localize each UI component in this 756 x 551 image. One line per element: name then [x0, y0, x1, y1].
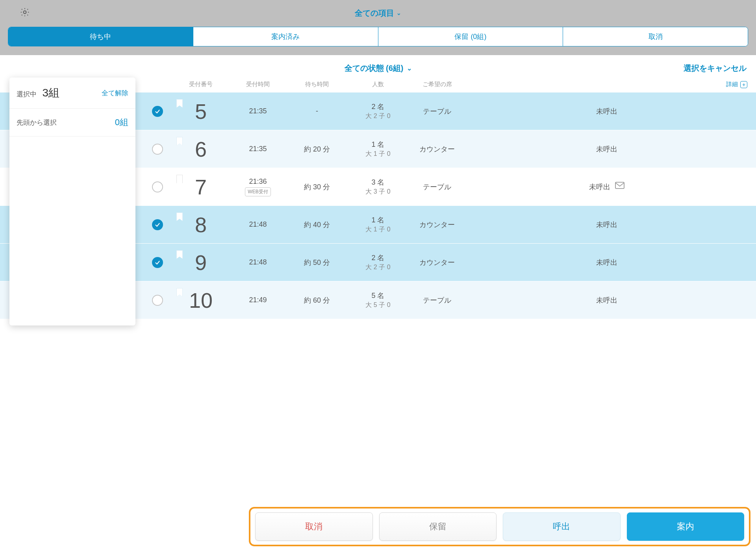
- col-time: 受付時間: [228, 81, 287, 88]
- bookmark-icon: [176, 175, 183, 183]
- topbar: 全ての項目 ⌄ 待ち中 案内済み 保留 (0組) 取消: [0, 0, 756, 55]
- action-bar-highlight: 取消 保留 呼出 案内: [249, 507, 750, 546]
- tab-waiting[interactable]: 待ち中: [8, 27, 193, 46]
- selection-panel: 選択中 3組 全て解除 先頭から選択 0組: [9, 78, 135, 325]
- reception-time: 21:48: [228, 220, 287, 229]
- reception-time: 21:48: [228, 258, 287, 266]
- reception-time: 21:35: [228, 107, 287, 115]
- cancel-selection-link[interactable]: 選択をキャンセル: [684, 63, 747, 74]
- party-size: 1 名大 1 子 0: [346, 140, 410, 158]
- call-status: 未呼出: [465, 296, 756, 305]
- wait-time: 約 20 分: [287, 144, 346, 154]
- ticket-number: 8: [195, 213, 207, 237]
- queue-table: 選択中 3組 全て解除 先頭から選択 0組 受付番号 受付時間 待ち時間 人数 …: [0, 78, 756, 319]
- subheader: 全ての状態 (6組) ⌄ 選択をキャンセル: [0, 55, 756, 78]
- mail-icon[interactable]: [615, 182, 624, 192]
- reception-time: 21:49: [228, 296, 287, 304]
- col-seat: ご希望の席: [410, 81, 465, 88]
- tab-hold[interactable]: 保留 (0組): [378, 27, 563, 46]
- call-status: 未呼出: [465, 144, 756, 154]
- guide-button[interactable]: 案内: [627, 512, 745, 541]
- bookmark-icon: [176, 250, 183, 259]
- hold-button[interactable]: 保留: [379, 512, 497, 541]
- tab-guided[interactable]: 案内済み: [193, 27, 378, 46]
- party-size: 2 名大 2 子 0: [346, 102, 410, 120]
- seat-pref: テーブル: [410, 296, 465, 305]
- select-from-top-row[interactable]: 先頭から選択 0組: [9, 109, 135, 137]
- party-size: 1 名大 1 子 0: [346, 215, 410, 234]
- web-badge: WEB受付: [245, 187, 271, 196]
- ticket-number: 6: [195, 137, 207, 161]
- reception-time: 21:35: [228, 145, 287, 153]
- selecting-count: 3組: [42, 87, 59, 99]
- row-checkbox[interactable]: [152, 257, 163, 268]
- wait-time: 約 40 分: [287, 220, 346, 229]
- seat-pref: カウンター: [410, 220, 465, 229]
- wait-time: 約 30 分: [287, 182, 346, 192]
- seat-pref: カウンター: [410, 144, 465, 154]
- call-status: 未呼出: [465, 220, 756, 229]
- wait-time: 約 50 分: [287, 258, 346, 267]
- col-detail[interactable]: 詳細 +: [465, 81, 756, 88]
- reception-time: 21:36WEB受付: [228, 178, 287, 196]
- state-filter-dropdown[interactable]: 全ての状態 (6組) ⌄: [345, 63, 412, 74]
- chevron-down-icon: ⌄: [407, 65, 412, 72]
- filter-dropdown[interactable]: 全ての項目 ⌄: [355, 8, 401, 18]
- wait-time: 約 60 分: [287, 296, 346, 305]
- selecting-label: 選択中: [17, 91, 37, 98]
- status-tabs: 待ち中 案内済み 保留 (0組) 取消: [8, 27, 748, 46]
- ticket-number: 10: [189, 288, 213, 312]
- bookmark-icon: [176, 213, 183, 221]
- col-people: 人数: [346, 81, 410, 88]
- row-checkbox[interactable]: [152, 295, 163, 306]
- bookmark-icon: [176, 137, 183, 146]
- seat-pref: テーブル: [410, 107, 465, 116]
- from-top-label: 先頭から選択: [17, 118, 57, 127]
- svg-point-0: [24, 11, 26, 14]
- gear-icon[interactable]: [20, 7, 30, 17]
- row-checkbox[interactable]: [152, 181, 163, 192]
- from-top-count: 0組: [115, 116, 128, 128]
- call-status: 未呼出: [465, 258, 756, 267]
- col-wait: 待ち時間: [287, 81, 346, 88]
- call-status: 未呼出: [465, 107, 756, 116]
- call-button[interactable]: 呼出: [503, 512, 621, 541]
- party-size: 2 名大 2 子 0: [346, 253, 410, 272]
- filter-label: 全ての項目: [355, 8, 394, 18]
- call-status: 未呼出: [465, 182, 756, 192]
- state-filter-label: 全ての状態 (6組): [345, 63, 404, 74]
- clear-all-link[interactable]: 全て解除: [102, 89, 128, 98]
- seat-pref: テーブル: [410, 182, 465, 192]
- cancel-button[interactable]: 取消: [255, 512, 373, 541]
- ticket-number: 5: [195, 99, 207, 124]
- party-size: 3 名大 3 子 0: [346, 178, 410, 196]
- row-checkbox[interactable]: [152, 106, 163, 117]
- ticket-number: 7: [195, 175, 207, 199]
- row-checkbox[interactable]: [152, 219, 163, 230]
- tab-cancel[interactable]: 取消: [563, 27, 748, 46]
- row-checkbox[interactable]: [152, 144, 163, 155]
- ticket-number: 9: [195, 250, 207, 275]
- wait-time: -: [287, 107, 346, 115]
- seat-pref: カウンター: [410, 258, 465, 267]
- col-number: 受付番号: [173, 81, 228, 88]
- bookmark-icon: [176, 288, 183, 297]
- party-size: 5 名大 5 子 0: [346, 291, 410, 309]
- svg-rect-1: [615, 182, 624, 189]
- bookmark-icon: [176, 99, 183, 108]
- chevron-down-icon: ⌄: [397, 10, 401, 16]
- plus-icon: +: [740, 81, 747, 88]
